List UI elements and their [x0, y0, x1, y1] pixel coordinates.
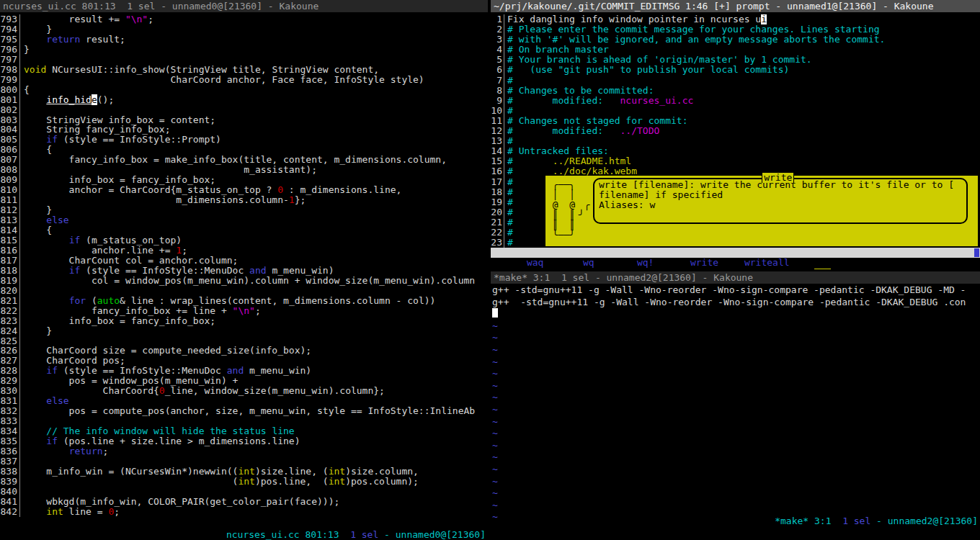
code-line: 829 pos = window_pos(m_menu_win) +: [0, 376, 488, 386]
code-line: 2# Please enter the commit message for y…: [491, 24, 980, 35]
empty-line-marker: ~: [491, 380, 980, 392]
code-line: 814 {: [0, 225, 488, 235]
line-number: 817: [0, 256, 20, 266]
code-line: 11# Changes not staged for commit:: [491, 116, 980, 126]
line-number: 800: [0, 85, 20, 95]
make-buffer[interactable]: g++ -std=gnu++11 -g -Wall -Wno-reorder -…: [491, 284, 980, 526]
commit-status-line[interactable]: :w ~/prj/kakoune/.git/COMMIT_EDITMSG 1:4…: [492, 258, 980, 269]
info-bubble-line: Aliases: w: [599, 200, 962, 210]
screen: ncurses_ui.cc 801:13 1 sel - unnamed0@[2…: [0, 0, 980, 540]
line-number: 835: [0, 436, 20, 446]
code-line: 813 else: [0, 215, 488, 225]
window-title-make[interactable]: *make* 3:1 1 sel - unnamed2@[21360] - Ka…: [491, 271, 980, 284]
line-number: 832: [0, 406, 20, 416]
menu-scroll-indicator: [974, 248, 979, 257]
status-selection-count: 1 sel: [842, 516, 870, 526]
code-line: 836 return;: [0, 446, 488, 456]
line-number: 21: [491, 217, 504, 228]
window-title-ncurses[interactable]: ncurses_ui.cc 801:13 1 sel - unnamed0@[2…: [0, 0, 488, 12]
commit-status-right: ~/prj/kakoune/.git/COMMIT_EDITMSG 1:46 […: [549, 258, 978, 269]
code-line: 798void NCursesUI::info_show(StringView …: [0, 65, 488, 75]
line-number: 814: [0, 225, 20, 235]
code-line: 12# modified: ../TODO: [491, 126, 980, 136]
line-number: 813: [0, 215, 20, 225]
empty-line-marker: ~: [491, 404, 980, 416]
info-box: ╭──╮ │ │ @ @ ║ ║ ║ ║ ╰──╯ ╭ ╯ write writ…: [545, 176, 978, 246]
code-line: 811 m_dimensions.column-1};: [0, 195, 488, 205]
line-number: 6: [491, 65, 504, 75]
line-number: 838: [0, 467, 20, 477]
code-line: 797: [0, 55, 488, 65]
info-bubble-title: write: [762, 173, 794, 183]
line-number: 797: [0, 55, 20, 65]
empty-line-marker: ~: [491, 487, 980, 500]
line-number: 2: [491, 24, 504, 35]
code-line: 830 CharCoord{0_line, window_size(m_menu…: [0, 386, 488, 396]
code-line: 815 if (m_status_on_top): [0, 235, 488, 246]
line-number: 840: [0, 487, 20, 497]
code-line: 794 }: [0, 24, 488, 35]
code-line: 812 }: [0, 205, 488, 215]
line-number: 815: [0, 235, 20, 246]
modified-badge: [+]: [814, 269, 831, 269]
empty-line-marker: ~: [491, 428, 980, 440]
code-line: 832 pos = compute_pos(anchor, size, m_me…: [0, 406, 488, 416]
line-number: 826: [0, 346, 20, 356]
code-line: 824 }: [0, 326, 488, 336]
line-number: 821: [0, 296, 20, 306]
line-number: 837: [0, 456, 20, 467]
code-line: 818 if (style == InfoStyle::MenuDoc and …: [0, 266, 488, 276]
line-number: 811: [0, 195, 20, 205]
completion-menu[interactable]: waqwqwq!writewriteall: [491, 248, 980, 258]
line-number: 816: [0, 246, 20, 256]
window-title-commit[interactable]: ~/prj/kakoune/.git/COMMIT_EDITMSG 1:46 […: [491, 0, 980, 12]
ncurses-buffer[interactable]: 793 result += "\n";794 }795 return resul…: [0, 14, 488, 517]
line-number: 839: [0, 477, 20, 487]
status-selection-count: 1 sel: [350, 529, 378, 540]
line-number: 5: [491, 55, 504, 65]
code-line: 793 result += "\n";: [0, 14, 488, 24]
line-number: 812: [0, 205, 20, 215]
line-number: 13: [491, 136, 504, 146]
code-line: 810 anchor = CharCoord{m_status_on_top ?…: [0, 185, 488, 195]
line-number: 801: [0, 95, 20, 105]
empty-line-marker: ~: [491, 344, 980, 356]
status-file: ncurses_ui.cc 801:13: [226, 529, 339, 540]
code-line: 821 for (auto& line : wrap_lines(content…: [0, 296, 488, 306]
line-number: 829: [0, 376, 20, 386]
code-line: 15# ../README.html: [491, 156, 980, 166]
line-number: 822: [0, 306, 20, 316]
editor-pane-commit[interactable]: ~/prj/kakoune/.git/COMMIT_EDITMSG 1:46 […: [491, 0, 980, 269]
line-number: 8: [491, 86, 504, 96]
code-line: 3# with '#' will be ignored, and an empt…: [491, 35, 980, 45]
code-line: 14# Untracked files:: [491, 146, 980, 156]
code-line: 817 CharCount col = anchor.column;: [0, 256, 488, 266]
code-line: 13#: [491, 136, 980, 146]
make-status-line: *make* 3:1 1 sel - unnamed2@[21360]: [741, 505, 978, 537]
line-number: 20: [491, 207, 504, 217]
line-number: 836: [0, 446, 20, 456]
editor-pane-ncurses[interactable]: ncurses_ui.cc 801:13 1 sel - unnamed0@[2…: [0, 0, 488, 540]
line-number: 809: [0, 175, 20, 185]
line-number: 805: [0, 135, 20, 145]
code-line: 796}: [0, 45, 488, 55]
empty-line-marker: ~: [491, 451, 980, 464]
line-number: 794: [0, 24, 20, 35]
prompt-input[interactable]: :w: [526, 269, 538, 269]
code-line: 834 // The info window will hide the sta…: [0, 426, 488, 436]
status-buffer-name: - unnamed1@[21360]: [876, 269, 978, 269]
line-number: 833: [0, 416, 20, 426]
code-line: 816 anchor.line += 1;: [0, 246, 488, 256]
editor-pane-make[interactable]: *make* 3:1 1 sel - unnamed2@[21360] - Ka…: [491, 271, 980, 540]
line-number: 11: [491, 116, 504, 126]
code-line: 840: [0, 487, 488, 497]
line-number: 16: [491, 166, 504, 176]
line-number: 12: [491, 126, 504, 136]
code-line: 800{: [0, 85, 488, 95]
line-number: 825: [0, 336, 20, 346]
code-line: 808 m_assistant);: [0, 165, 488, 175]
bubble-tail-icon: ╭ ╯: [579, 180, 590, 220]
code-line: 823 info_box = fancy_info_box;: [0, 316, 488, 326]
line-number: 818: [0, 266, 20, 276]
line-number: 18: [491, 187, 504, 197]
